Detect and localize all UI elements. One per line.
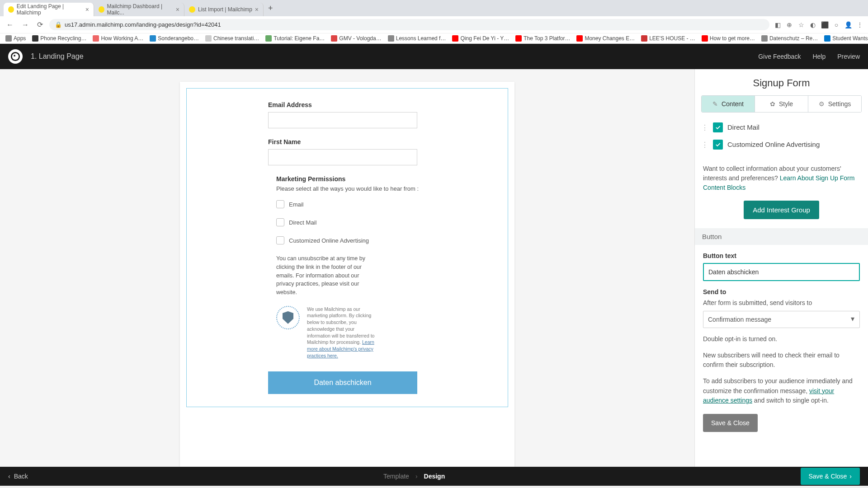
- close-icon[interactable]: ×: [85, 6, 89, 13]
- extension-icon[interactable]: ⊕: [786, 21, 793, 28]
- checkbox-checked-icon[interactable]: [713, 122, 723, 132]
- firstname-label: First Name: [268, 138, 426, 145]
- extension-icon[interactable]: ○: [833, 21, 840, 28]
- chevron-left-icon: ‹: [8, 473, 10, 480]
- button-text-input[interactable]: [703, 263, 860, 281]
- checkbox-checked-icon[interactable]: [713, 140, 723, 150]
- unsubscribe-text: You can unsubscribe at any time by click…: [276, 254, 377, 297]
- close-icon[interactable]: ×: [255, 6, 259, 13]
- email-input[interactable]: [268, 112, 417, 128]
- browser-tab[interactable]: List Import | Mailchimp ×: [184, 3, 264, 16]
- bookmark-item[interactable]: Apps: [5, 35, 26, 42]
- bookmark-item[interactable]: Qing Fei De Yi - Y…: [452, 35, 509, 42]
- audience-hint: To add subscribers to your audience imme…: [695, 370, 868, 406]
- tab-label: Mailchimp Dashboard | Mailc...: [107, 3, 173, 16]
- disclaimer-text: We use Mailchimp as our marketing platfo…: [307, 306, 377, 359]
- permission-option[interactable]: Direct Mail: [276, 218, 426, 226]
- new-tab-button[interactable]: +: [264, 4, 278, 13]
- reload-icon[interactable]: ⟳: [35, 20, 45, 29]
- step-design[interactable]: Design: [424, 473, 445, 480]
- landing-page-canvas: Email Address First Name Marketing Permi…: [180, 82, 514, 467]
- sidebar-tab-group: ✎ Content ✿ Style ⚙ Settings: [701, 95, 862, 113]
- tab-content[interactable]: ✎ Content: [702, 96, 755, 112]
- mailchimp-favicon: [99, 6, 104, 13]
- preview-link[interactable]: Preview: [837, 53, 860, 60]
- bookmark-item[interactable]: Chinese translati…: [205, 35, 259, 42]
- permission-row[interactable]: ⋮ Direct Mail: [695, 119, 868, 136]
- sidebar-panel: Signup Form ✎ Content ✿ Style ⚙ Settings…: [694, 69, 868, 467]
- extension-icon[interactable]: ◐: [809, 21, 816, 28]
- bookmark-item[interactable]: Tutorial: Eigene Fa…: [265, 35, 325, 42]
- close-icon[interactable]: ×: [176, 6, 179, 13]
- browser-tab[interactable]: Mailchimp Dashboard | Mailc... ×: [94, 3, 184, 16]
- pencil-icon: ✎: [712, 100, 718, 108]
- permission-option[interactable]: Email: [276, 200, 426, 208]
- shield-badge-icon: [276, 306, 300, 329]
- footer-bar: ‹ Back Template › Design Save & Close›: [0, 467, 868, 486]
- step-template[interactable]: Template: [383, 473, 409, 480]
- email-label: Email Address: [268, 101, 426, 108]
- gear-icon: ⚙: [819, 100, 825, 108]
- menu-icon[interactable]: ⋮: [856, 21, 863, 28]
- tab-label: List Import | Mailchimp: [198, 6, 252, 13]
- firstname-input[interactable]: [268, 149, 417, 165]
- info-text: Want to collect information about your c…: [695, 153, 868, 199]
- save-close-button[interactable]: Save & Close›: [801, 468, 860, 485]
- save-close-sidebar-button[interactable]: Save & Close: [703, 414, 758, 432]
- lock-icon: 🔒: [55, 21, 62, 28]
- forward-icon[interactable]: →: [20, 21, 31, 29]
- tab-label: Edit Landing Page | Mailchimp: [17, 3, 83, 16]
- back-button[interactable]: Back: [14, 473, 28, 480]
- mailchimp-logo-icon[interactable]: [8, 49, 23, 64]
- permissions-subtitle: Please select all the ways you would lik…: [276, 185, 426, 192]
- avatar-icon[interactable]: 👤: [844, 21, 852, 28]
- brush-icon: ✿: [770, 100, 775, 108]
- bookmark-item[interactable]: Datenschutz – Re…: [761, 35, 818, 42]
- app-header: 1. Landing Page Give Feedback Help Previ…: [0, 44, 868, 69]
- mailchimp-favicon: [189, 6, 195, 13]
- browser-tab-bar: Edit Landing Page | Mailchimp × Mailchim…: [0, 0, 868, 16]
- submit-button[interactable]: Daten abschicken: [268, 371, 417, 394]
- permission-option[interactable]: Customized Online Advertising: [276, 236, 426, 244]
- bookmark-item[interactable]: How Working A…: [93, 35, 143, 42]
- drag-handle-icon[interactable]: ⋮: [701, 123, 708, 132]
- opt-in-detail: New subscribers will need to check their…: [695, 344, 868, 370]
- signup-form-block[interactable]: Email Address First Name Marketing Permi…: [186, 88, 508, 407]
- browser-tab[interactable]: Edit Landing Page | Mailchimp ×: [4, 3, 94, 16]
- add-interest-group-button[interactable]: Add Interest Group: [744, 201, 819, 219]
- extension-icon[interactable]: ⬛: [821, 21, 828, 28]
- send-to-select[interactable]: Confirmation message: [703, 311, 860, 328]
- help-link[interactable]: Help: [812, 53, 826, 60]
- bookmark-item[interactable]: GMV - Vologda…: [331, 35, 381, 42]
- checkbox-icon[interactable]: [276, 200, 284, 208]
- back-icon[interactable]: ←: [5, 21, 15, 29]
- give-feedback-link[interactable]: Give Feedback: [758, 53, 801, 60]
- tab-style[interactable]: ✿ Style: [755, 96, 808, 112]
- bookmark-item[interactable]: Student Wants an…: [824, 35, 868, 42]
- bookmark-item[interactable]: Phone Recycling…: [32, 35, 86, 42]
- checkbox-icon[interactable]: [276, 218, 284, 226]
- extension-icons: ◧ ⊕ ☆ ◐ ⬛ ○ 👤 ⋮: [774, 21, 863, 28]
- bookmark-item[interactable]: The Top 3 Platfor…: [515, 35, 570, 42]
- bookmark-item[interactable]: How to get more…: [702, 35, 755, 42]
- sidebar-title: Signup Form: [695, 69, 868, 95]
- breadcrumb: 1. Landing Page: [31, 52, 84, 61]
- checkbox-icon[interactable]: [276, 236, 284, 244]
- bookmark-item[interactable]: Lessons Learned f…: [388, 35, 446, 42]
- bookmark-item[interactable]: Money Changes E…: [576, 35, 635, 42]
- address-bar: ← → ⟳ 🔒 us17.admin.mailchimp.com/landing…: [0, 16, 868, 33]
- permission-row[interactable]: ⋮ Customized Online Advertising: [695, 136, 868, 153]
- opt-in-status: Double opt-in is turned on.: [695, 328, 868, 344]
- button-text-label: Button text: [703, 252, 860, 259]
- mailchimp-favicon: [8, 6, 14, 13]
- star-icon[interactable]: ☆: [797, 21, 805, 28]
- bookmark-item[interactable]: Sonderangebo…: [150, 35, 199, 42]
- drag-handle-icon[interactable]: ⋮: [701, 141, 708, 149]
- tab-settings[interactable]: ⚙ Settings: [808, 96, 861, 112]
- canvas-area: Email Address First Name Marketing Permi…: [0, 69, 694, 467]
- extension-icon[interactable]: ◧: [774, 21, 781, 28]
- section-header: Button: [695, 228, 868, 245]
- send-to-label: Send to: [703, 288, 860, 296]
- url-input[interactable]: 🔒 us17.admin.mailchimp.com/landing-pages…: [49, 19, 769, 30]
- bookmark-item[interactable]: LEE'S HOUSE - …: [641, 35, 695, 42]
